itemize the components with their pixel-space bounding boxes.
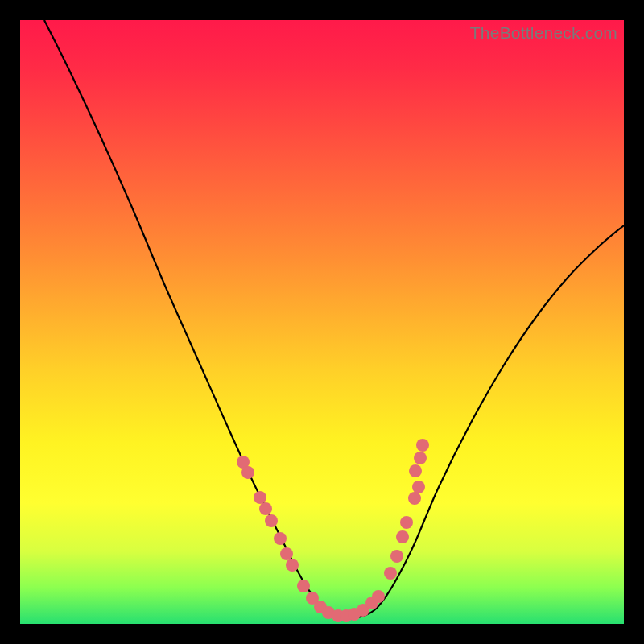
bottleneck-curve (44, 20, 624, 618)
data-marker (390, 550, 403, 563)
curve-svg (20, 20, 624, 624)
chart-frame: TheBottleneck.com (0, 0, 644, 644)
data-marker (280, 547, 293, 560)
data-marker (414, 452, 427, 464)
data-marker (372, 590, 385, 603)
data-marker (286, 559, 299, 572)
data-marker (400, 516, 413, 529)
data-marker (412, 481, 425, 493)
data-marker (408, 492, 421, 505)
data-marker (242, 466, 254, 479)
data-marker (416, 439, 429, 452)
plot-area: TheBottleneck.com (20, 20, 624, 624)
data-marker (409, 464, 422, 477)
data-marker (274, 532, 287, 545)
data-marker (384, 567, 397, 580)
data-marker (297, 580, 310, 592)
data-marker (254, 491, 266, 504)
data-marker (396, 530, 409, 543)
data-marker (259, 502, 272, 515)
data-marker (265, 514, 278, 527)
watermark-text: TheBottleneck.com (470, 23, 617, 43)
marker-group (237, 439, 429, 622)
